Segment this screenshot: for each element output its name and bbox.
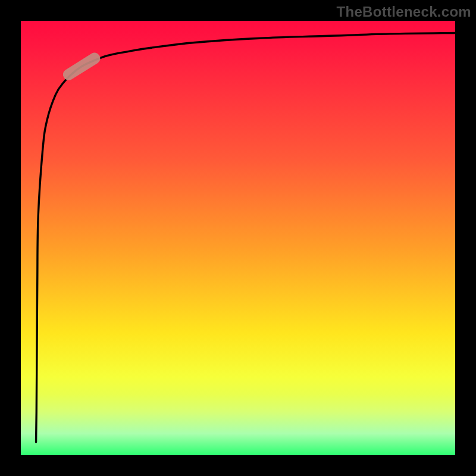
attribution-watermark: TheBottleneck.com <box>337 4 471 20</box>
plot-background-gradient <box>21 21 455 455</box>
chart-stage: TheBottleneck.com <box>0 0 476 476</box>
